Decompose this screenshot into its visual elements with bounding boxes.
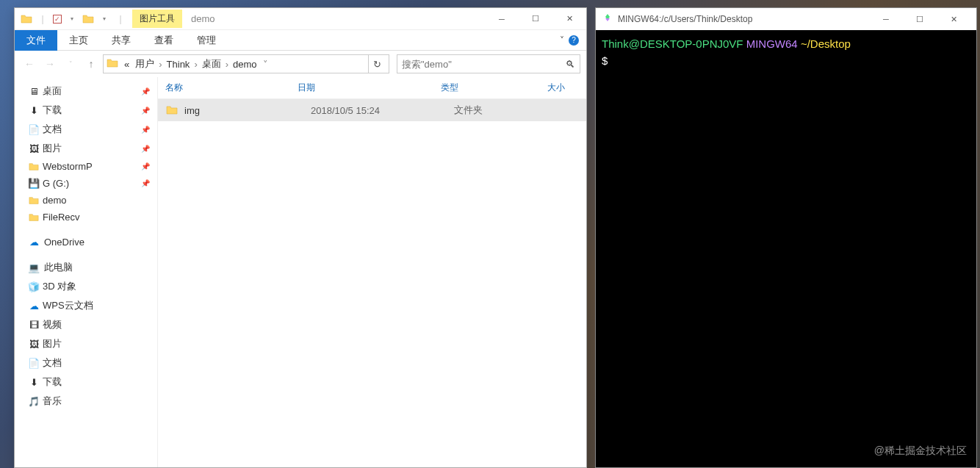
chevron-right-icon[interactable]: › (224, 59, 230, 70)
prompt-symbol: $ (602, 54, 608, 67)
window-title: demo (182, 13, 224, 24)
sidebar-item-pictures2[interactable]: 🖼图片 (15, 334, 157, 353)
ribbon-collapse-icon[interactable]: ˅ (560, 35, 564, 46)
sidebar-item-downloads2[interactable]: ⬇下载 (15, 372, 157, 392)
terminal-title: MINGW64:/c/Users/Think/Desktop (618, 14, 869, 24)
3d-icon: 🧊 (28, 281, 40, 292)
qat-sep-icon: | (115, 13, 126, 25)
breadcrumb-user[interactable]: Think (164, 59, 193, 70)
sidebar-label: 文档 (43, 123, 62, 136)
sidebar-item-videos[interactable]: 🎞视频 (15, 315, 157, 334)
maximize-button[interactable]: ☐ (903, 8, 937, 30)
search-box[interactable]: 🔍︎ (397, 54, 580, 73)
terminal-titlebar[interactable]: MINGW64:/c/Users/Think/Desktop ─ ☐ ✕ (596, 8, 976, 30)
sidebar-item-music[interactable]: 🎵音乐 (15, 392, 157, 411)
minimize-button[interactable]: ─ (485, 8, 519, 30)
sidebar-item-wpscloud[interactable]: ☁WPS云文档 (15, 296, 157, 315)
context-tab-label: 图片工具 (132, 10, 182, 28)
sidebar-label: FileRecv (43, 212, 80, 223)
pin-icon: 📌 (141, 126, 150, 134)
address-bar[interactable]: « 用户 › Think › 桌面 › demo ˅ ↻ (103, 54, 389, 73)
help-icon[interactable]: ? (569, 35, 579, 46)
chevron-right-icon[interactable]: › (157, 59, 163, 70)
back-button[interactable]: ← (21, 55, 38, 73)
tab-manage[interactable]: 管理 (185, 30, 228, 51)
close-button[interactable]: ✕ (552, 8, 586, 30)
sidebar-item-demo[interactable]: demo (15, 192, 157, 209)
window-controls: ─ ☐ ✕ (485, 8, 586, 30)
sidebar-item-documents[interactable]: 📄文档📌 (15, 120, 157, 139)
sidebar-label: 下载 (43, 375, 62, 389)
close-button[interactable]: ✕ (937, 8, 970, 30)
sidebar-item-documents2[interactable]: 📄文档 (15, 353, 157, 372)
qat-overflow-icon[interactable]: ▾ (98, 13, 110, 25)
computer-icon: 💻 (28, 262, 40, 273)
maximize-button[interactable]: ☐ (519, 8, 552, 30)
breadcrumb-users[interactable]: 用户 (132, 57, 157, 71)
address-dropdown-icon[interactable]: ˅ (260, 59, 271, 70)
terminal-window: MINGW64:/c/Users/Think/Desktop ─ ☐ ✕ Thi… (595, 7, 977, 468)
sidebar-label: 3D 对象 (43, 280, 76, 293)
videos-icon: 🎞 (28, 319, 40, 331)
tab-file[interactable]: 文件 (15, 30, 57, 51)
breadcrumb-desktop[interactable]: 桌面 (199, 57, 224, 71)
sidebar-item-downloads[interactable]: ⬇下载📌 (15, 101, 157, 120)
sidebar-group-thispc[interactable]: 💻此电脑 (15, 258, 157, 277)
sidebar-label: 文档 (43, 356, 62, 370)
sidebar-label: 桌面 (43, 84, 62, 98)
refresh-button[interactable]: ↻ (368, 55, 386, 73)
nav-row: ← → ˅ ↑ « 用户 › Think › 桌面 › demo ˅ ↻ 🔍︎ (15, 51, 586, 77)
downloads-icon: ⬇ (28, 376, 40, 388)
file-list: 名称 日期 类型 大小 img 2018/10/5 15:24 文件夹 (158, 77, 586, 467)
recent-dropdown-icon[interactable]: ˅ (62, 55, 79, 73)
documents-icon: 📄 (28, 123, 40, 135)
sidebar-label: G (G:) (43, 178, 69, 189)
sidebar-label: 图片 (43, 142, 62, 155)
terminal-app-icon (602, 13, 613, 25)
terminal-input-line[interactable]: $ (602, 53, 970, 70)
sidebar-group-onedrive[interactable]: ☁OneDrive (15, 233, 157, 251)
pictures-icon: 🖼 (28, 338, 40, 350)
breadcrumb-prefix[interactable]: « (121, 59, 132, 70)
sidebar-item-pictures[interactable]: 🖼图片📌 (15, 139, 157, 158)
sidebar-label: 音乐 (43, 395, 62, 408)
file-name: img (184, 105, 311, 116)
watermark: @稀土掘金技术社区 (874, 444, 967, 458)
tab-share[interactable]: 共享 (100, 30, 143, 51)
column-headers: 名称 日期 类型 大小 (158, 77, 586, 99)
tab-view[interactable]: 查看 (143, 30, 185, 51)
forward-button[interactable]: → (41, 55, 59, 73)
terminal-body[interactable]: Think@DESKTOP-0PNJ0VF MINGW64 ~/Desktop … (596, 30, 976, 75)
sidebar-item-3dobjects[interactable]: 🧊3D 对象 (15, 277, 157, 296)
ribbon-tabs: 文件 主页 共享 查看 管理 ˅ ? (15, 30, 586, 51)
quick-access-toolbar: | ✓ ▾ ▾ | (15, 13, 132, 25)
column-date[interactable]: 日期 (298, 82, 441, 94)
sidebar-item-webstorm[interactable]: WebstormP📌 (15, 158, 157, 175)
explorer-titlebar[interactable]: | ✓ ▾ ▾ | 图片工具 demo ─ ☐ ✕ (15, 8, 586, 30)
folder-icon (107, 57, 118, 71)
folder-icon (82, 13, 94, 25)
search-icon[interactable]: 🔍︎ (566, 59, 575, 70)
prompt-path: ~/Desktop (801, 37, 851, 50)
sidebar-item-gdrive[interactable]: 💾G (G:)📌 (15, 175, 157, 192)
column-name[interactable]: 名称 (165, 82, 298, 94)
minimize-button[interactable]: ─ (869, 8, 903, 30)
file-type: 文件夹 (454, 104, 561, 117)
chevron-right-icon[interactable]: › (192, 59, 198, 70)
sidebar-item-desktop[interactable]: 🖥桌面📌 (15, 82, 157, 101)
checkbox-icon[interactable]: ✓ (53, 15, 62, 24)
folder-icon (28, 212, 40, 223)
search-input[interactable] (402, 59, 566, 70)
music-icon: 🎵 (28, 395, 40, 407)
breadcrumb-folder[interactable]: demo (230, 59, 260, 70)
folder-icon (165, 104, 179, 117)
up-button[interactable]: ↑ (82, 55, 100, 73)
file-row[interactable]: img 2018/10/5 15:24 文件夹 (158, 99, 586, 121)
column-type[interactable]: 类型 (441, 82, 547, 94)
tab-home[interactable]: 主页 (57, 30, 100, 51)
sidebar-item-filerecv[interactable]: FileRecv (15, 209, 157, 226)
pictures-icon: 🖼 (28, 143, 40, 154)
qat-dropdown-icon[interactable]: ▾ (66, 13, 78, 25)
column-size[interactable]: 大小 (547, 82, 579, 94)
explorer-window: | ✓ ▾ ▾ | 图片工具 demo ─ ☐ ✕ 文件 主页 共享 查看 管理… (14, 7, 587, 468)
